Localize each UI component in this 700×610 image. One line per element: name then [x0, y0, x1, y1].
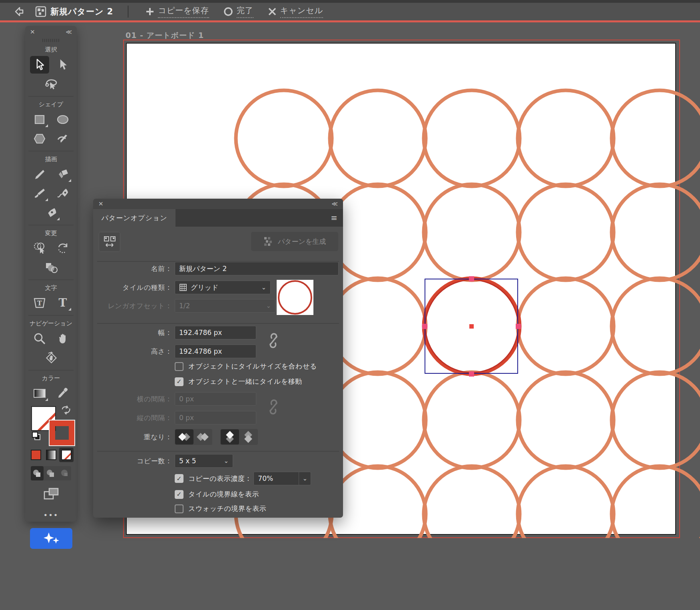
ellipse-tool[interactable] [53, 111, 72, 128]
pattern-title: 新規パターン 2 [50, 6, 113, 17]
gradient-fill-button[interactable] [44, 448, 58, 462]
draw-behind-button[interactable] [44, 466, 57, 480]
zoom-tool[interactable] [30, 330, 49, 347]
paintbrush-tool[interactable] [30, 185, 49, 202]
circle-icon [223, 7, 233, 16]
default-fill-stroke-icon[interactable] [31, 431, 42, 443]
pattern-circle [424, 372, 520, 468]
rotate-view-tool[interactable] [42, 349, 61, 367]
type-tool[interactable]: T [53, 294, 72, 312]
eraser-tool[interactable] [53, 165, 72, 183]
pattern-circle [518, 372, 614, 468]
pattern-circle [330, 466, 426, 538]
object-center-point[interactable] [469, 324, 474, 329]
section-shape-label: シェイプ [25, 101, 77, 108]
copies-dropdown[interactable]: 5 x 5 ⌄ [175, 454, 233, 468]
tile-type-dropdown[interactable]: グリッド ⌄ [175, 281, 271, 294]
swap-fill-stroke-icon[interactable] [61, 405, 71, 417]
eyedropper-tool[interactable] [53, 385, 72, 402]
pattern-generate-icon [263, 236, 274, 247]
pattern-circle [612, 466, 700, 538]
tile-type-label: タイルの種類 : [93, 283, 170, 292]
fit-tile-checkbox[interactable] [175, 362, 183, 371]
tile-handle[interactable] [469, 276, 474, 281]
svg-text:T: T [37, 299, 42, 307]
move-tile-label: オブジェクトと一緒にタイルを移動 [188, 377, 302, 386]
pattern-options-panel: ✕ ≪ パターンオプション ≡ パターンを生成 名前 : 新規パターン 2 [93, 199, 343, 518]
cancel-button[interactable]: キャンセル [268, 5, 323, 18]
pen-tool[interactable] [42, 204, 61, 221]
tile-edge-label: タイルの境界線を表示 [188, 490, 259, 499]
draw-inside-button[interactable] [58, 466, 71, 480]
grid-icon [179, 283, 187, 291]
done-button[interactable]: 完了 [223, 5, 253, 18]
artboard-tool-icon[interactable] [43, 487, 60, 502]
dim-value-input[interactable]: 70% [253, 472, 299, 485]
shaper-tool[interactable] [53, 130, 72, 148]
fit-tile-label: オブジェクトにタイルサイズを合わせる [188, 362, 317, 371]
selection-tool[interactable] [30, 56, 49, 74]
swatch-bounds-label: スウォッチの境界を表示 [188, 504, 266, 513]
pattern-circle [424, 466, 520, 538]
tile-edit-icon [103, 235, 116, 248]
curvature-tool[interactable] [53, 185, 72, 202]
dim-copies-checkbox[interactable] [175, 474, 183, 483]
section-type-label: 文字 [25, 284, 77, 292]
stroke-swatch[interactable] [50, 421, 74, 445]
hand-tool[interactable] [53, 330, 72, 347]
chevron-down-icon: ⌄ [266, 302, 271, 309]
shape-builder-tool[interactable] [30, 239, 49, 257]
chevron-down-icon: ⌄ [261, 284, 266, 291]
link-dimensions-icon[interactable] [267, 331, 280, 351]
dim-value-dropdown-button[interactable]: ⌄ [299, 472, 311, 485]
color-fill-button[interactable] [29, 448, 43, 462]
gradient-tool[interactable] [30, 385, 49, 402]
pattern-circle [612, 372, 700, 468]
pattern-tile-tool-button[interactable] [99, 232, 120, 252]
width-label: 幅 : [93, 328, 170, 337]
overlap-top-front-button[interactable] [221, 429, 239, 445]
collapse-icon[interactable]: ≪ [66, 29, 72, 35]
collapse-icon[interactable]: ≪ [331, 201, 338, 207]
overlap-right-front-button[interactable] [193, 429, 212, 445]
save-copy-button[interactable]: コピーを保存 [146, 5, 209, 18]
overlap-bottom-front-button[interactable] [239, 429, 257, 445]
pencil-tool[interactable] [30, 165, 49, 183]
more-tools-ellipsis[interactable]: ••• [25, 511, 77, 519]
exit-pattern-mode-icon[interactable] [14, 6, 26, 17]
none-fill-button[interactable] [59, 448, 74, 462]
swatch-bounds-checkbox[interactable] [175, 504, 183, 513]
direct-selection-tool[interactable] [53, 56, 72, 74]
chevron-down-icon: ⌄ [223, 457, 229, 464]
section-modify-label: 変更 [25, 229, 77, 237]
lasso-selection-tool[interactable] [42, 75, 61, 93]
generative-button[interactable] [30, 528, 72, 549]
polygon-tool[interactable] [30, 130, 49, 148]
tile-handle[interactable] [469, 371, 474, 377]
tile-handle[interactable] [516, 324, 521, 329]
tab-pattern-options[interactable]: パターンオプション [93, 209, 175, 227]
tile-handle[interactable] [422, 324, 427, 329]
panel-grip[interactable] [42, 39, 60, 42]
v-spacing-input: 0 px [175, 411, 256, 425]
draw-normal-button[interactable] [31, 466, 44, 480]
touch-type-tool[interactable]: T [30, 294, 49, 312]
height-input[interactable]: 192.4786 px [175, 345, 256, 358]
overlap-left-front-button[interactable] [175, 429, 193, 445]
section-select-label: 選択 [25, 46, 77, 54]
generate-pattern-button[interactable]: パターンを生成 [251, 232, 338, 251]
tools-panel: ✕ ≪ 選択 シェイプ 描画 [25, 26, 77, 522]
name-input[interactable]: 新規パターン 2 [175, 262, 339, 275]
rectangle-tool[interactable] [30, 111, 49, 128]
panel-menu-icon[interactable]: ≡ [331, 213, 337, 223]
rotate-tool[interactable] [53, 239, 72, 257]
tile-edge-checkbox[interactable] [175, 490, 183, 499]
move-tile-checkbox[interactable] [175, 377, 183, 386]
section-draw-label: 描画 [25, 155, 77, 163]
blend-tool[interactable] [42, 259, 61, 276]
overlap-horizontal-group [175, 429, 212, 445]
pattern-circle [330, 90, 426, 186]
close-icon[interactable]: ✕ [98, 201, 104, 207]
close-icon[interactable]: ✕ [30, 29, 35, 35]
width-input[interactable]: 192.4786 px [175, 326, 256, 339]
